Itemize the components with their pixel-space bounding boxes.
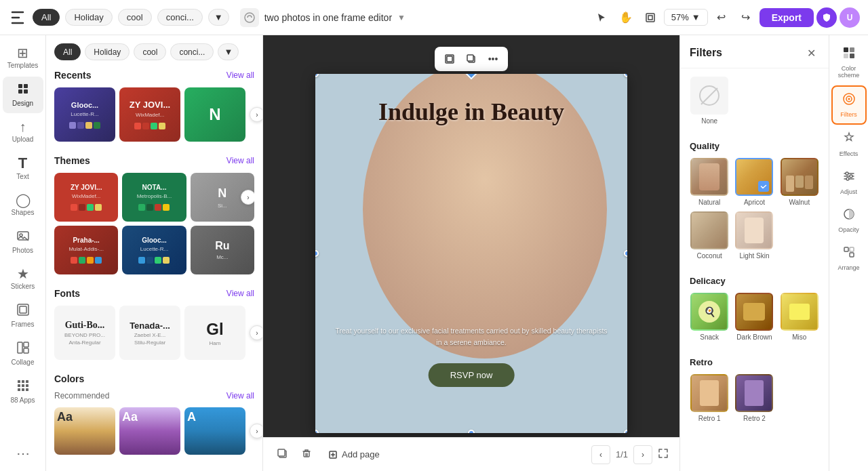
font-item-3[interactable]: Gl Ham [184, 306, 245, 360]
theme-item-1[interactable]: ZY JOVI... WixMadef... [54, 173, 118, 222]
sidebar-item-text[interactable]: T Text [3, 150, 43, 186]
filter-item-walnut[interactable]: Walnut [780, 158, 819, 206]
color-item-1[interactable]: Aa [54, 407, 115, 455]
right-icon-filters[interactable]: Filters [831, 85, 867, 125]
page-next-btn[interactable]: › [633, 445, 652, 464]
undo-btn[interactable]: ↩ [711, 7, 732, 28]
fullscreen-btn[interactable] [658, 448, 669, 461]
theme-item-5[interactable]: Glooc... Lucette-R... [122, 226, 186, 274]
filter-item-darkbrown[interactable]: Dark Brown [734, 293, 774, 341]
sidebar-item-more[interactable]: ⋯ [3, 441, 43, 466]
tag-concise[interactable]: conci... [157, 9, 203, 26]
theme-item-2[interactable]: NOTA... Metropolis-B... [122, 173, 186, 222]
color-item-3[interactable]: A [184, 407, 245, 455]
filters-close-btn[interactable]: ✕ [803, 45, 819, 61]
filter-item-miso[interactable]: Miso [780, 293, 819, 341]
filter-tab-cool[interactable]: cool [134, 43, 166, 60]
hand-tool[interactable]: ✋ [615, 7, 637, 28]
panel-filter-more[interactable]: ▼ [218, 43, 239, 60]
right-icon-effects[interactable]: Effects [831, 126, 867, 163]
canvas-resize-btn[interactable] [440, 49, 459, 68]
right-handle[interactable] [624, 250, 627, 257]
avatar[interactable]: U [840, 7, 860, 28]
filter-item-retro1[interactable]: Retro 1 [690, 374, 729, 422]
sidebar-item-photos[interactable]: Photos [3, 224, 43, 260]
canvas-frame[interactable]: Indulge in Beauty Treat yourself to our … [315, 74, 627, 433]
doc-dropdown-icon[interactable]: ▼ [397, 13, 406, 22]
filter-tab-all[interactable]: All [54, 43, 81, 60]
themes-view-all[interactable]: View all [226, 156, 254, 165]
canvas-duplicate-btn[interactable] [462, 49, 481, 68]
corner-handle-tl[interactable] [315, 74, 319, 77]
add-page-btn[interactable]: Add page [323, 447, 385, 462]
filter-item-apricot[interactable]: Apricot [734, 158, 774, 206]
top-handle[interactable] [467, 74, 475, 78]
font-item-2[interactable]: Tenada-... Zaebel X-E... Stilu-Regular [119, 306, 180, 360]
filter-item-none[interactable]: None [690, 77, 729, 125]
redo-btn[interactable]: ↪ [735, 7, 757, 28]
filter-item-lightskin[interactable]: Light Skin [734, 211, 774, 260]
fonts-view-all[interactable]: View all [226, 289, 254, 298]
right-icon-adjust[interactable]: Adjust [831, 164, 867, 201]
sidebar-item-apps[interactable]: 88 Apps [3, 373, 43, 410]
sidebar-item-design[interactable]: Design [3, 77, 43, 113]
delicacy-title: Delicacy [690, 276, 819, 286]
theme-item-4[interactable]: Praha-... Mulat-Addis-... [54, 226, 118, 274]
tag-more-btn[interactable]: ▼ [208, 9, 229, 26]
color-item-2[interactable]: Aa [119, 407, 180, 455]
sidebar-item-frames[interactable]: Frames [3, 298, 43, 334]
sidebar-item-templates[interactable]: ⊞ Templates [3, 41, 43, 75]
filter-section-delicacy: Delicacy 🍳 Snack Dar [680, 268, 829, 349]
tag-all[interactable]: All [33, 9, 60, 26]
recent-item-1[interactable]: Glooc... Lucette-R... [54, 87, 115, 142]
colors-scroll-next[interactable]: › [250, 424, 263, 438]
zoom-control[interactable]: 57% ▼ [664, 9, 708, 26]
filter-item-natural[interactable]: Natural [690, 158, 729, 206]
canvas-more-btn[interactable]: ••• [484, 49, 502, 68]
right-icon-opacity[interactable]: Opacity [831, 202, 867, 239]
corner-handle-bl[interactable] [315, 430, 319, 433]
templates-icon: ⊞ [17, 46, 28, 60]
font-item-1[interactable]: Guti-Bo... BEYOND PRO... Anta-Regular [54, 306, 115, 360]
canvas-rsvp-btn[interactable]: RSVP now [429, 363, 515, 387]
left-handle[interactable] [315, 250, 319, 257]
svg-rect-26 [467, 55, 473, 61]
filter-item-snack[interactable]: 🍳 Snack [690, 293, 729, 341]
canvas-duplicate-page-btn[interactable] [274, 445, 290, 464]
page-prev-btn[interactable]: ‹ [591, 445, 610, 464]
bottom-handle[interactable] [468, 430, 475, 433]
corner-handle-br[interactable] [624, 430, 627, 433]
sidebar-item-collage[interactable]: Collage [3, 335, 43, 372]
theme-item-3[interactable]: › N Si... [191, 173, 254, 222]
right-icon-arrange[interactable]: Arrange [831, 240, 867, 277]
frame-tool[interactable] [639, 7, 661, 28]
logo[interactable] [8, 8, 27, 27]
themes-scroll-next[interactable]: › [241, 190, 254, 205]
export-button[interactable]: Export [760, 8, 814, 27]
theme-item-6[interactable]: Ru Mc... [191, 226, 254, 274]
sidebar-item-stickers[interactable]: ★ Stickers [3, 262, 43, 296]
recents-view-all[interactable]: View all [226, 70, 254, 80]
tag-cool[interactable]: cool [118, 9, 152, 26]
right-icon-colorscheme[interactable]: Color scheme [831, 41, 867, 84]
filters-panel: Filters ✕ None Quality [679, 35, 829, 471]
cursor-tool[interactable] [591, 7, 612, 28]
filter-tab-concise[interactable]: conci... [170, 43, 214, 60]
recent-item-2[interactable]: ZY JOVI... WixMadef... [119, 87, 180, 142]
canvas-toolbar: ••• [435, 47, 508, 71]
sidebar-item-shapes[interactable]: ◯ Shapes [3, 188, 43, 222]
colors-view-all[interactable]: View all [226, 391, 254, 401]
filter-item-retro2[interactable]: Retro 2 [734, 374, 774, 422]
fonts-scroll-next[interactable]: › [250, 325, 263, 340]
canvas-delete-page-btn[interactable] [298, 445, 315, 464]
filter-item-coconut[interactable]: Coconut [690, 211, 729, 260]
filter-tab-holiday[interactable]: Holiday [85, 43, 130, 60]
recents-scroll-next[interactable]: › [250, 107, 263, 122]
recent-item-3[interactable]: N [184, 87, 245, 142]
svg-rect-32 [850, 47, 854, 52]
tag-holiday[interactable]: Holiday [65, 9, 112, 26]
colorscheme-label: Color scheme [834, 65, 864, 79]
corner-handle-tr[interactable] [624, 74, 627, 77]
shield-btn[interactable] [816, 7, 837, 28]
sidebar-item-upload[interactable]: ↑ Upload [3, 115, 43, 149]
